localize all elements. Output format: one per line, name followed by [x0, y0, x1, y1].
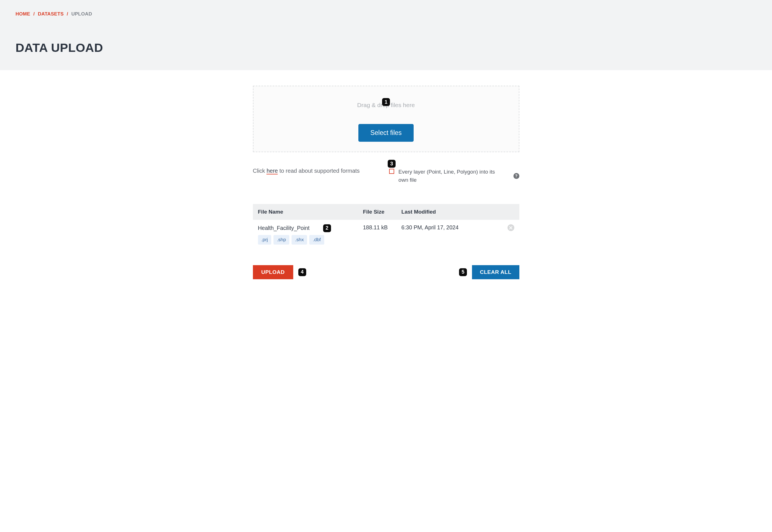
page-title: DATA UPLOAD — [16, 41, 756, 55]
file-size: 188.11 kB — [363, 224, 401, 231]
layer-checkbox[interactable] — [389, 169, 394, 174]
help-icon[interactable]: ? — [514, 173, 519, 179]
breadcrumb-home[interactable]: HOME — [16, 11, 30, 17]
annotation-badge-5: 5 — [459, 268, 467, 276]
breadcrumb-sep: / — [33, 11, 35, 17]
supported-suffix: to read about supported formats — [278, 168, 359, 174]
breadcrumb: HOME / DATASETS / UPLOAD — [16, 11, 756, 17]
layer-option: 3 Every layer (Point, Line, Polygon) int… — [389, 168, 519, 184]
ext-chip: .prj — [258, 235, 271, 245]
th-last-modified: Last Modified — [402, 209, 500, 215]
supported-formats-text: Click here to read about supported forma… — [253, 168, 381, 174]
file-table-header: File Name File Size Last Modified — [253, 204, 519, 220]
ext-chip: .shp — [273, 235, 289, 245]
select-files-button[interactable]: Select files — [358, 124, 414, 142]
layer-option-label: Every layer (Point, Line, Polygon) into … — [399, 168, 500, 184]
file-name: Health_Facility_Point — [258, 225, 309, 231]
th-file-name: File Name — [258, 209, 363, 215]
annotation-badge-1: 1 — [382, 98, 390, 106]
file-table: File Name File Size Last Modified Health… — [253, 204, 519, 250]
breadcrumb-datasets[interactable]: DATASETS — [38, 11, 64, 17]
table-row: Health_Facility_Point 2 .prj .shp .shx .… — [253, 220, 519, 250]
ext-chip: .dbf — [309, 235, 324, 245]
th-file-size: File Size — [363, 209, 401, 215]
supported-formats-link[interactable]: here — [266, 168, 278, 174]
clear-all-button[interactable]: CLEAR ALL — [472, 265, 519, 279]
content: 1 Drag & drop files here Select files Cl… — [247, 86, 525, 291]
annotation-badge-4: 4 — [298, 268, 306, 276]
annotation-badge-3: 3 — [388, 160, 396, 168]
supported-prefix: Click — [253, 168, 267, 174]
ext-chip: .shx — [291, 235, 307, 245]
breadcrumb-current: UPLOAD — [71, 11, 92, 17]
actions-row: UPLOAD 4 5 CLEAR ALL — [253, 265, 519, 291]
options-row: Click here to read about supported forma… — [253, 168, 519, 184]
file-extensions: .prj .shp .shx .dbf — [258, 235, 363, 245]
annotation-badge-2: 2 — [323, 224, 331, 232]
close-icon — [509, 226, 512, 229]
header-band: HOME / DATASETS / UPLOAD DATA UPLOAD — [0, 0, 772, 70]
remove-file-button[interactable] — [508, 224, 514, 231]
upload-button[interactable]: UPLOAD — [253, 265, 293, 279]
dropzone[interactable]: 1 Drag & drop files here Select files — [253, 86, 519, 152]
file-modified: 6:30 PM, April 17, 2024 — [402, 224, 500, 231]
breadcrumb-sep: / — [67, 11, 68, 17]
